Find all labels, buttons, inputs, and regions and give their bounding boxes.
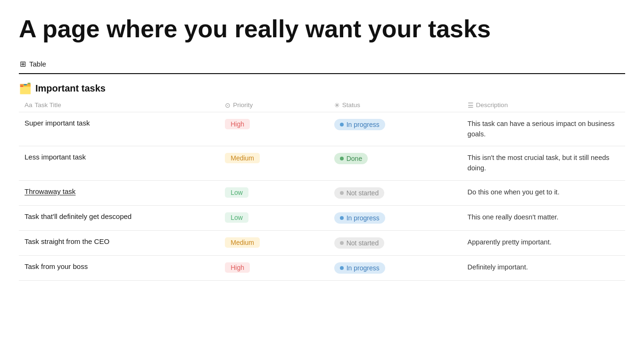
status-cell: Not started xyxy=(334,180,468,205)
tab-table-label: Table xyxy=(29,60,46,68)
task-title-cell[interactable]: Throwaway task xyxy=(19,180,225,205)
table-row: Task straight from the CEO Medium Not st… xyxy=(19,230,625,255)
description-cell: Apparently pretty important. xyxy=(468,230,625,255)
task-title: Throwaway task xyxy=(25,187,75,195)
col-header-task: Aa Task Title xyxy=(19,99,225,112)
priority-label: Priority xyxy=(233,101,253,109)
page-title: A page where you really want your tasks xyxy=(19,15,625,43)
priority-cell: High xyxy=(225,112,334,146)
description-text: This one really doesn't matter. xyxy=(468,213,559,221)
priority-cell: Low xyxy=(225,205,334,230)
col-header-priority: ⊙ Priority xyxy=(225,99,334,112)
description-cell: Definitely important. xyxy=(468,255,625,280)
description-text: Definitely important. xyxy=(468,263,528,271)
status-text: Not started xyxy=(347,239,379,247)
status-badge: In progress xyxy=(334,119,385,130)
description-text: This task can have a serious impact on b… xyxy=(468,120,615,138)
status-dot-icon xyxy=(340,123,344,126)
status-dot-icon xyxy=(340,157,344,160)
task-title: Super important task xyxy=(25,119,90,127)
status-cell: Not started xyxy=(334,230,468,255)
status-badge: Done xyxy=(334,153,368,164)
task-title-cell[interactable]: Task straight from the CEO xyxy=(19,230,225,255)
description-cell: This isn't the most crucial task, but it… xyxy=(468,146,625,181)
description-cell: This one really doesn't matter. xyxy=(468,205,625,230)
description-cell: Do this one when you get to it. xyxy=(468,180,625,205)
status-cell: In progress xyxy=(334,205,468,230)
description-text: This isn't the most crucial task, but it… xyxy=(468,154,610,172)
desc-icon: ☰ xyxy=(468,101,474,109)
status-cell: In progress xyxy=(334,112,468,146)
status-badge: In progress xyxy=(334,212,385,224)
task-title: Task straight from the CEO xyxy=(25,237,109,245)
priority-badge: High xyxy=(225,262,250,273)
priority-icon: ⊙ xyxy=(225,101,231,109)
description-text: Do this one when you get to it. xyxy=(468,188,560,196)
priority-badge: Medium xyxy=(225,237,260,248)
status-dot-icon xyxy=(340,216,344,220)
status-label: Status xyxy=(342,101,360,109)
priority-cell: Medium xyxy=(225,146,334,181)
priority-cell: Medium xyxy=(225,230,334,255)
status-text: In progress xyxy=(347,264,380,272)
table-row: Less important task Medium Done This isn… xyxy=(19,146,625,181)
description-cell: This task can have a serious impact on b… xyxy=(468,112,625,146)
status-badge: Not started xyxy=(334,237,384,249)
task-title-cell[interactable]: Super important task xyxy=(19,112,225,146)
col-header-description: ☰ Description xyxy=(468,99,625,112)
task-title-cell[interactable]: Less important task xyxy=(19,146,225,181)
status-dot-icon xyxy=(340,266,344,270)
description-text: Apparently pretty important. xyxy=(468,238,552,246)
col-header-status: ✳ Status xyxy=(334,99,468,112)
status-badge: Not started xyxy=(334,187,384,199)
status-text: Done xyxy=(347,155,362,162)
task-title-prefix: Aa xyxy=(25,101,33,109)
table-icon: ⊞ xyxy=(20,59,26,68)
status-badge: In progress xyxy=(334,262,385,274)
status-text: In progress xyxy=(347,121,380,128)
task-title: Task that'll definitely get descoped xyxy=(25,212,132,220)
status-cell: In progress xyxy=(334,255,468,280)
status-text: In progress xyxy=(347,214,380,222)
priority-badge: Low xyxy=(225,212,248,223)
priority-badge: High xyxy=(225,119,250,129)
tab-table[interactable]: ⊞ Table xyxy=(19,57,47,74)
status-dot-icon xyxy=(340,241,344,245)
section-icon: 🗂️ xyxy=(19,83,32,95)
priority-badge: Medium xyxy=(225,153,260,163)
task-title-cell[interactable]: Task that'll definitely get descoped xyxy=(19,205,225,230)
task-title-label: Task Title xyxy=(35,101,61,109)
status-cell: Done xyxy=(334,146,468,181)
desc-label: Description xyxy=(476,101,508,109)
section-title: Important tasks xyxy=(35,83,106,94)
task-title: Task from your boss xyxy=(25,262,88,270)
priority-badge: Low xyxy=(225,187,248,198)
section-header: 🗂️ Important tasks xyxy=(19,74,625,99)
tasks-table: Aa Task Title ⊙ Priority ✳ Status ☰ xyxy=(19,99,625,281)
status-text: Not started xyxy=(347,189,379,197)
task-title: Less important task xyxy=(25,153,86,161)
task-title-cell[interactable]: Task from your boss xyxy=(19,255,225,280)
table-row: Throwaway task Low Not started Do this o… xyxy=(19,180,625,205)
status-icon: ✳ xyxy=(334,101,340,109)
priority-cell: High xyxy=(225,255,334,280)
table-row: Task from your boss High In progress Def… xyxy=(19,255,625,280)
priority-cell: Low xyxy=(225,180,334,205)
status-dot-icon xyxy=(340,191,344,195)
table-row: Super important task High In progress Th… xyxy=(19,112,625,146)
table-row: Task that'll definitely get descoped Low… xyxy=(19,205,625,230)
tab-bar: ⊞ Table xyxy=(19,57,625,74)
